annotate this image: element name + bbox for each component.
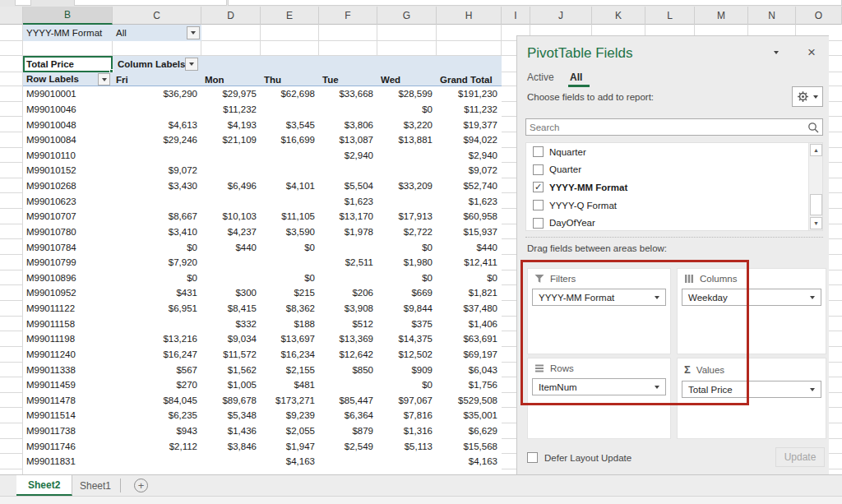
table-row[interactable]: M99010046$11,232$0$11,232 xyxy=(23,102,502,118)
value-cell[interactable]: $94,022 xyxy=(437,132,502,148)
value-cell[interactable]: $879 xyxy=(319,423,377,439)
value-cell[interactable]: $8,415 xyxy=(201,301,261,317)
value-cell[interactable]: $29,975 xyxy=(201,86,261,102)
table-row[interactable]: M99010952$431$300$215$206$669$1,821 xyxy=(23,285,502,301)
value-cell[interactable]: $2,155 xyxy=(261,362,319,377)
column-header-D[interactable]: D xyxy=(201,7,261,25)
value-cell[interactable] xyxy=(113,148,201,164)
value-cell[interactable]: $850 xyxy=(319,362,377,377)
value-cell[interactable]: $15,568 xyxy=(437,438,502,454)
value-cell[interactable]: $1,406 xyxy=(437,316,502,331)
checkbox-unchecked[interactable] xyxy=(533,146,544,157)
value-cell[interactable]: $13,697 xyxy=(261,331,319,347)
value-cell[interactable]: $6,496 xyxy=(201,178,261,194)
scrollbar-thumb[interactable] xyxy=(810,194,822,215)
item-number-cell[interactable]: M99011240 xyxy=(23,347,113,363)
value-cell[interactable]: $4,237 xyxy=(201,224,261,240)
column-header-G[interactable]: G xyxy=(377,7,437,25)
checkbox-unchecked[interactable] xyxy=(533,200,544,210)
table-row[interactable]: M99010084$29,246$21,109$16,699$13,087$13… xyxy=(23,132,502,148)
add-sheet-button[interactable]: + xyxy=(134,479,148,492)
value-cell[interactable]: $481 xyxy=(261,377,319,393)
formula-input[interactable] xyxy=(228,0,842,6)
value-cell[interactable]: $0 xyxy=(113,239,201,255)
item-number-cell[interactable]: M99011338 xyxy=(23,362,113,377)
value-cell[interactable]: $3,410 xyxy=(113,224,201,240)
value-cell[interactable]: $16,247 xyxy=(113,347,201,363)
value-cell[interactable]: $0 xyxy=(113,270,201,286)
value-cell[interactable]: $7,816 xyxy=(377,408,437,423)
value-cell[interactable] xyxy=(377,454,437,469)
value-cell[interactable]: $10,103 xyxy=(201,209,261,224)
value-cell[interactable] xyxy=(201,148,261,164)
defer-layout-checkbox[interactable] xyxy=(527,452,538,463)
value-cell[interactable]: $9,844 xyxy=(377,301,437,317)
value-cell[interactable]: $4,193 xyxy=(201,117,261,132)
value-cell[interactable]: $0 xyxy=(261,239,319,255)
item-number-cell[interactable]: M99010623 xyxy=(23,193,113,209)
value-cell[interactable]: $8,362 xyxy=(261,301,319,317)
value-cell[interactable]: $33,668 xyxy=(319,86,377,102)
search-icon[interactable] xyxy=(807,121,820,134)
value-cell[interactable] xyxy=(377,193,437,209)
value-cell[interactable]: $21,109 xyxy=(201,132,261,148)
value-cell[interactable]: $37,480 xyxy=(437,301,502,317)
value-cell[interactable] xyxy=(201,163,261,178)
value-cell[interactable]: $9,072 xyxy=(437,163,502,178)
value-cell[interactable]: $1,562 xyxy=(201,362,261,377)
value-cell[interactable]: $529,508 xyxy=(437,393,502,409)
table-row[interactable]: M99011478$84,045$89,678$173,271$85,447$9… xyxy=(23,393,502,409)
item-number-cell[interactable]: M99011198 xyxy=(23,331,113,347)
value-cell[interactable]: $4,613 xyxy=(113,117,201,132)
scroll-up-button[interactable]: ▲ xyxy=(810,144,822,156)
value-cell[interactable]: $29,246 xyxy=(113,132,201,148)
value-cell[interactable] xyxy=(319,102,377,118)
item-number-cell[interactable]: M99010896 xyxy=(23,270,113,286)
value-cell[interactable]: $13,881 xyxy=(377,132,437,148)
value-cell[interactable]: $33,209 xyxy=(377,178,437,194)
value-cell[interactable]: $11,232 xyxy=(201,102,261,118)
column-header-K[interactable]: K xyxy=(592,7,645,25)
value-cell[interactable]: $12,411 xyxy=(437,255,502,270)
value-cell[interactable] xyxy=(319,377,377,393)
value-cell[interactable]: $52,740 xyxy=(437,178,502,194)
value-cell[interactable] xyxy=(319,454,377,469)
value-cell[interactable]: $1,947 xyxy=(261,438,319,454)
pane-close-button[interactable]: × xyxy=(803,44,820,61)
table-row[interactable]: M99010152$9,072$9,072 xyxy=(23,163,502,178)
value-cell[interactable]: $2,549 xyxy=(319,438,377,454)
value-cell[interactable] xyxy=(319,270,377,286)
table-row[interactable]: M99010110$2,940$2,940 xyxy=(23,148,502,164)
column-header-B[interactable]: B xyxy=(23,7,113,25)
value-cell[interactable]: $16,234 xyxy=(261,347,319,363)
value-cell[interactable]: $669 xyxy=(377,285,437,301)
field-list-scrollbar[interactable]: ▲ ▼ xyxy=(808,143,822,230)
value-cell[interactable]: $14,375 xyxy=(377,331,437,347)
value-cell[interactable] xyxy=(377,148,437,164)
field-list-item-nquarter[interactable]: Nquarter xyxy=(526,143,822,161)
column-header-I[interactable]: I xyxy=(502,7,530,25)
value-cell[interactable]: $2,940 xyxy=(437,148,502,164)
value-cell[interactable]: $11,105 xyxy=(261,209,319,224)
value-cell[interactable]: $1,623 xyxy=(319,193,377,209)
field-list-item-dayofyear[interactable]: DayOfYear xyxy=(526,214,822,231)
value-cell[interactable]: $1,821 xyxy=(437,285,502,301)
item-number-cell[interactable]: M99010784 xyxy=(23,239,113,255)
value-cell[interactable]: $206 xyxy=(319,285,377,301)
value-cell[interactable]: $4,101 xyxy=(261,178,319,194)
pane-options-button[interactable] xyxy=(774,54,779,64)
value-cell[interactable]: $89,678 xyxy=(201,393,261,409)
value-cell[interactable]: $2,511 xyxy=(319,255,377,270)
field-list-item-quarter[interactable]: Quarter xyxy=(526,161,822,179)
column-labels-dropdown-button[interactable] xyxy=(185,58,198,71)
value-cell[interactable]: $11,572 xyxy=(201,347,261,363)
table-row[interactable]: M99011122$6,951$8,415$8,362$3,908$9,844$… xyxy=(23,301,502,317)
value-cell[interactable] xyxy=(261,102,319,118)
value-cell[interactable]: $6,235 xyxy=(113,408,201,423)
value-cell[interactable]: $943 xyxy=(113,423,201,439)
value-cell[interactable]: $0 xyxy=(377,270,437,286)
table-row[interactable]: M99011746$2,112$3,846$1,947$2,549$5,113$… xyxy=(23,438,502,454)
item-number-cell[interactable]: M99010799 xyxy=(23,255,113,270)
value-cell[interactable] xyxy=(201,270,261,286)
value-cell[interactable]: $17,913 xyxy=(377,209,437,224)
